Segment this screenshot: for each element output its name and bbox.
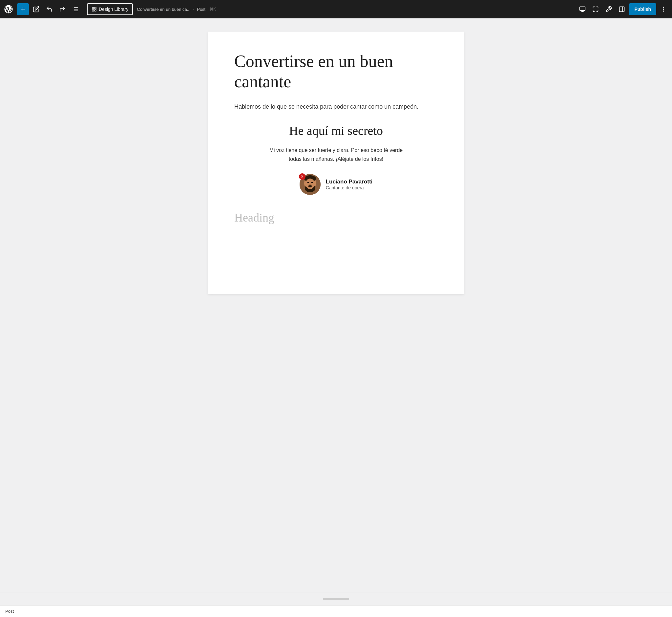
section-heading[interactable]: He aquí mi secreto (234, 124, 438, 138)
placeholder-heading[interactable]: Heading (234, 211, 438, 224)
horizontal-scrollbar[interactable] (323, 598, 349, 600)
options-menu-button[interactable] (658, 4, 669, 14)
svg-rect-11 (580, 7, 586, 11)
svg-point-29 (309, 184, 311, 185)
breadcrumb-separator: · (193, 7, 195, 12)
settings-panel-button[interactable] (616, 4, 628, 14)
breadcrumb-shortcut: ⌘K (209, 7, 216, 11)
separator-1 (84, 5, 84, 13)
toolbar-right: Publish (577, 3, 669, 15)
editor-area: Convertirse en un buen cantante Hablemos… (0, 18, 672, 592)
avatar-container: × (299, 174, 320, 195)
author-title: Cantante de ópera (326, 185, 373, 190)
toolbar: + (0, 0, 672, 18)
design-library-label: Design Library (99, 7, 128, 12)
publish-button[interactable]: Publish (629, 3, 656, 15)
preview-button[interactable] (577, 4, 588, 14)
editor-canvas: Convertirse en un buen cantante Hablemos… (208, 31, 464, 294)
svg-rect-7 (92, 7, 94, 9)
fullscreen-button[interactable] (590, 4, 602, 14)
author-info: Luciano Pavarotti Cantante de ópera (326, 179, 373, 190)
svg-point-19 (663, 7, 664, 8)
add-block-button[interactable]: + (17, 3, 29, 15)
author-name: Luciano Pavarotti (326, 179, 373, 185)
breadcrumb-type: Post (197, 7, 205, 12)
svg-point-20 (663, 9, 664, 10)
svg-rect-9 (94, 10, 96, 11)
svg-point-27 (307, 182, 309, 183)
design-library-button[interactable]: Design Library (87, 3, 133, 15)
section-text[interactable]: Mi voz tiene que ser fuerte y clara. Por… (234, 146, 438, 164)
breadcrumb: Convertirse en un buen ca... · Post ⌘K (137, 7, 216, 12)
status-label: Post (5, 609, 14, 614)
post-title[interactable]: Convertirse en un buen cantante (234, 51, 438, 92)
redo-button[interactable] (56, 4, 68, 14)
editor-footer (0, 592, 672, 605)
svg-rect-10 (92, 10, 94, 11)
avatar-badge: × (299, 173, 305, 180)
wordpress-logo[interactable] (3, 3, 14, 15)
svg-point-21 (663, 11, 664, 11)
testimonial-block: × (234, 174, 438, 195)
tools-button[interactable] (603, 4, 615, 14)
edit-button[interactable] (30, 4, 42, 14)
breadcrumb-title: Convertirse en un buen ca... (137, 7, 190, 12)
svg-rect-14 (620, 7, 624, 12)
svg-rect-8 (94, 7, 96, 9)
list-view-button[interactable] (69, 4, 81, 14)
status-bar: Post (0, 605, 672, 617)
svg-point-28 (311, 182, 313, 183)
undo-button[interactable] (43, 4, 55, 14)
post-subtitle[interactable]: Hablemos de lo que se necesita para pode… (234, 102, 438, 112)
svg-point-30 (308, 185, 312, 187)
